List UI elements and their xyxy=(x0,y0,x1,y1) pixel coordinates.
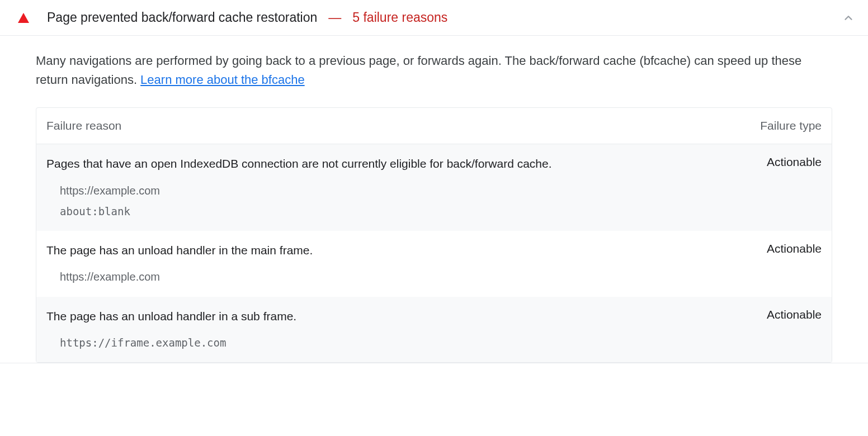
learn-more-link[interactable]: Learn more about the bfcache xyxy=(140,73,305,87)
failure-reason: The page has an unload handler in the ma… xyxy=(46,242,710,258)
failure-url: about:blank xyxy=(60,205,822,217)
col-header-type: Failure type xyxy=(710,119,822,132)
failure-type: Actionable xyxy=(710,155,822,172)
table-header-row: Failure reason Failure type xyxy=(36,108,832,144)
table-row: Pages that have an open IndexedDB connec… xyxy=(36,144,832,230)
failure-type: Actionable xyxy=(710,308,822,324)
failure-url: https://iframe.example.com xyxy=(60,337,822,349)
audit-description: Many navigations are performed by going … xyxy=(36,51,832,89)
failure-reason: The page has an unload handler in a sub … xyxy=(46,308,710,324)
audit-body: Many navigations are performed by going … xyxy=(0,36,868,363)
dash-separator: — xyxy=(328,10,341,25)
failure-reason: Pages that have an open IndexedDB connec… xyxy=(46,155,710,172)
audit-header[interactable]: Page prevented back/forward cache restor… xyxy=(0,0,868,36)
failure-count: 5 failure reasons xyxy=(352,10,447,25)
failure-url: https://example.com xyxy=(60,184,822,197)
url-list: https://example.comabout:blank xyxy=(46,181,822,217)
audit-title: Page prevented back/forward cache restor… xyxy=(47,10,317,25)
failure-table: Failure reason Failure type Pages that h… xyxy=(36,107,832,363)
failure-type: Actionable xyxy=(710,242,822,258)
table-row: The page has an unload handler in the ma… xyxy=(36,231,832,297)
chevron-up-icon[interactable] xyxy=(842,12,855,24)
table-row: The page has an unload handler in a sub … xyxy=(36,297,832,362)
col-header-reason: Failure reason xyxy=(46,119,710,132)
warning-triangle-icon xyxy=(18,13,29,23)
failure-url: https://example.com xyxy=(60,271,822,283)
url-list: https://iframe.example.com xyxy=(46,333,822,349)
url-list: https://example.com xyxy=(46,267,822,283)
